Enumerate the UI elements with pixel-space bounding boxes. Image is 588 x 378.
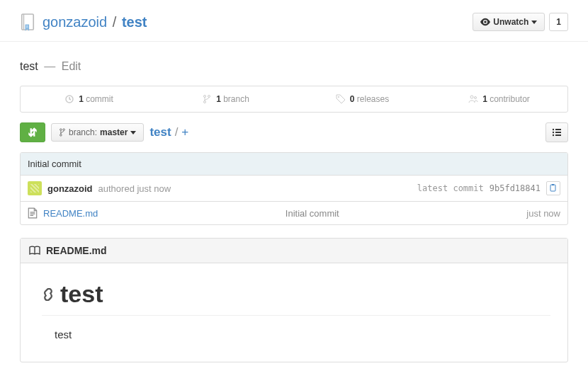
svg-point-11 bbox=[553, 132, 554, 133]
svg-point-1 bbox=[204, 96, 206, 98]
unwatch-button[interactable]: Unwatch bbox=[473, 13, 545, 31]
svg-rect-16 bbox=[550, 185, 555, 191]
path-sep: / bbox=[175, 125, 179, 139]
svg-point-3 bbox=[204, 101, 206, 103]
svg-point-8 bbox=[63, 129, 65, 131]
copy-sha-button[interactable] bbox=[546, 181, 560, 195]
readme-filename: README.md bbox=[46, 245, 107, 256]
caret-down-icon bbox=[130, 131, 136, 134]
avatar[interactable] bbox=[28, 181, 42, 195]
branch-icon bbox=[59, 128, 66, 137]
separator: / bbox=[113, 14, 117, 30]
path-breadcrumb: test / + bbox=[149, 125, 188, 139]
description-name: test bbox=[20, 60, 38, 72]
svg-point-6 bbox=[475, 97, 477, 99]
description-dash: — bbox=[44, 60, 55, 72]
svg-point-9 bbox=[60, 134, 62, 137]
eye-icon bbox=[480, 18, 490, 26]
new-file-button[interactable]: + bbox=[181, 125, 188, 139]
list-icon bbox=[552, 128, 562, 137]
latest-commit-label: latest commit bbox=[417, 183, 484, 193]
clipboard-icon bbox=[549, 184, 558, 193]
releases-stat[interactable]: 0 releases bbox=[294, 86, 431, 112]
contributors-stat[interactable]: 1 contributor bbox=[431, 86, 567, 112]
description-row: test — Edit bbox=[20, 60, 568, 73]
svg-point-10 bbox=[553, 129, 554, 130]
file-row: README.md Initial commit just now bbox=[21, 202, 567, 224]
watch-count[interactable]: 1 bbox=[549, 13, 568, 31]
stats-bar: 1 commit 1 branch 0 releases 1 contribut… bbox=[20, 86, 568, 113]
svg-point-12 bbox=[553, 134, 554, 136]
owner-link[interactable]: gonzazoid bbox=[43, 14, 107, 30]
svg-rect-14 bbox=[555, 132, 561, 133]
readme-title: test bbox=[42, 280, 550, 316]
branch-icon bbox=[202, 94, 212, 104]
file-link[interactable]: README.md bbox=[43, 208, 98, 219]
commits-stat[interactable]: 1 commit bbox=[21, 86, 157, 112]
svg-point-5 bbox=[470, 96, 473, 98]
anchor-link-icon[interactable] bbox=[42, 288, 55, 301]
repo-icon bbox=[20, 13, 35, 31]
commit-time: authored just now bbox=[98, 183, 171, 194]
repo-link[interactable]: test bbox=[122, 14, 147, 30]
compare-button[interactable] bbox=[20, 122, 45, 142]
latest-commit-message[interactable]: Initial commit bbox=[21, 153, 567, 176]
tag-icon bbox=[336, 94, 346, 104]
commit-sha-link[interactable]: 9b5fd18841 bbox=[490, 183, 541, 193]
file-time: just now bbox=[526, 208, 560, 219]
readme-header: README.md bbox=[21, 239, 567, 263]
branch-select-button[interactable]: branch: master bbox=[51, 123, 144, 142]
repo-title: gonzazoid / test bbox=[20, 13, 147, 31]
svg-rect-13 bbox=[555, 129, 561, 130]
svg-point-2 bbox=[208, 96, 210, 98]
edit-description-link[interactable]: Edit bbox=[62, 60, 81, 72]
svg-point-4 bbox=[338, 96, 339, 98]
book-icon bbox=[29, 246, 40, 256]
svg-point-7 bbox=[60, 129, 62, 131]
branches-stat[interactable]: 1 branch bbox=[157, 86, 294, 112]
commit-meta-row: gonzazoid authored just now latest commi… bbox=[21, 176, 567, 202]
file-text-icon bbox=[28, 207, 38, 219]
compare-icon bbox=[27, 127, 38, 138]
commit-icon bbox=[64, 94, 74, 104]
list-toggle-button[interactable] bbox=[545, 122, 568, 142]
path-root-link[interactable]: test bbox=[149, 125, 171, 139]
file-commit-msg[interactable]: Initial commit bbox=[98, 208, 526, 219]
svg-rect-15 bbox=[555, 134, 561, 136]
caret-down-icon bbox=[531, 21, 537, 24]
svg-rect-17 bbox=[552, 184, 554, 185]
commit-author-link[interactable]: gonzazoid bbox=[47, 183, 93, 194]
readme-content: test bbox=[55, 328, 550, 340]
people-icon bbox=[468, 94, 478, 104]
